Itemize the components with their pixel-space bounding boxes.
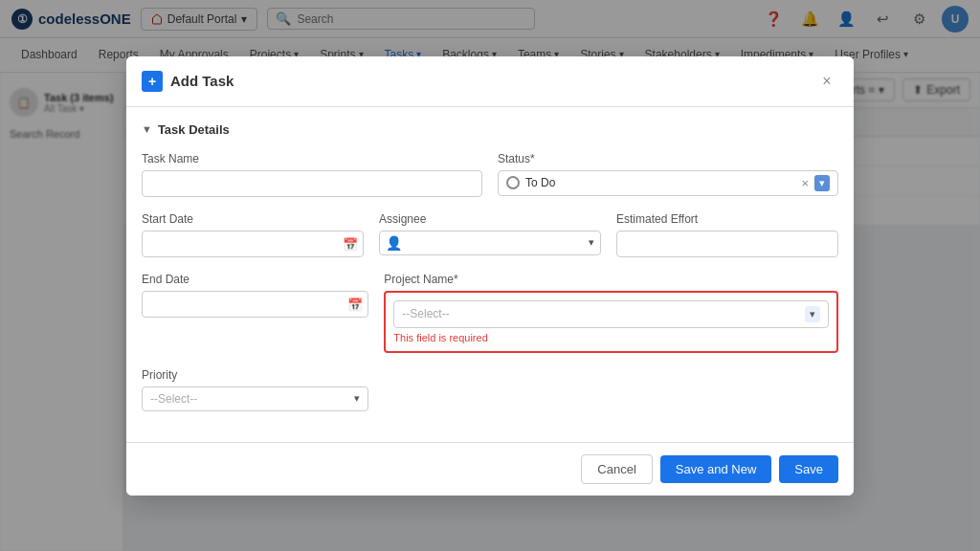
- modal-title-icon: +: [142, 71, 163, 92]
- priority-dropdown-arrow[interactable]: ▾: [354, 392, 360, 405]
- section-label: Task Details: [158, 122, 230, 137]
- status-circle-icon: [506, 176, 520, 189]
- status-dropdown-arrow[interactable]: ▾: [814, 175, 830, 191]
- assignee-user-icon: 👤: [386, 235, 402, 251]
- add-task-modal: + Add Task × ▼ Task Details Task Name: [126, 56, 854, 496]
- estimated-effort-input[interactable]: [616, 231, 838, 257]
- section-header[interactable]: ▼ Task Details: [142, 122, 838, 137]
- task-name-group: Task Name: [142, 152, 482, 197]
- end-date-wrap: 📅: [142, 291, 368, 318]
- status-select[interactable]: To Do × ▾: [498, 170, 838, 196]
- estimated-effort-label: Estimated Effort: [616, 212, 838, 226]
- assignee-group: Assignee 👤 ▾: [379, 212, 601, 255]
- assignee-label: Assignee: [379, 212, 601, 226]
- task-name-input[interactable]: [142, 170, 482, 197]
- start-date-wrap: 📅: [142, 231, 364, 257]
- save-button[interactable]: Save: [779, 455, 838, 483]
- modal-footer: Cancel Save and New Save: [126, 442, 854, 496]
- form-row-4: Priority --Select-- ▾: [142, 368, 838, 411]
- modal-header: + Add Task ×: [126, 56, 854, 107]
- form-row-3: End Date 📅 Project Name* --Select-- ▾ Th…: [142, 273, 838, 353]
- cancel-button[interactable]: Cancel: [581, 454, 652, 484]
- project-placeholder: --Select--: [402, 307, 805, 320]
- project-error-message: This field is required: [393, 332, 829, 343]
- end-date-label: End Date: [142, 273, 368, 286]
- modal-title-group: + Add Task: [142, 71, 234, 92]
- project-name-label: Project Name*: [384, 273, 838, 286]
- project-dropdown-arrow[interactable]: ▾: [805, 306, 820, 322]
- save-and-new-button[interactable]: Save and New: [660, 455, 772, 483]
- status-value: To Do: [525, 176, 795, 189]
- assignee-select[interactable]: 👤 ▾: [379, 231, 601, 255]
- start-date-group: Start Date 📅: [142, 212, 364, 257]
- start-date-input[interactable]: [142, 231, 364, 257]
- priority-select[interactable]: --Select-- ▾: [142, 386, 368, 411]
- start-date-calendar-icon[interactable]: 📅: [343, 236, 358, 251]
- priority-placeholder: --Select--: [150, 392, 350, 406]
- status-clear-button[interactable]: ×: [801, 176, 809, 190]
- end-date-group: End Date 📅: [142, 273, 368, 318]
- modal-body: ▼ Task Details Task Name Status* To Do ×…: [126, 107, 854, 442]
- status-label: Status*: [498, 152, 838, 165]
- end-date-input[interactable]: [142, 291, 368, 318]
- start-date-label: Start Date: [142, 212, 364, 226]
- form-row-2: Start Date 📅 Assignee 👤 ▾ Estimated Effo…: [142, 212, 838, 257]
- status-group: Status* To Do × ▾: [498, 152, 838, 196]
- priority-label: Priority: [142, 368, 368, 382]
- estimated-effort-group: Estimated Effort: [616, 212, 838, 257]
- section-chevron: ▼: [142, 123, 152, 135]
- modal-title-text: Add Task: [170, 73, 234, 89]
- project-name-select[interactable]: --Select-- ▾: [393, 300, 829, 328]
- modal-overlay: + Add Task × ▼ Task Details Task Name: [0, 0, 980, 551]
- priority-group: Priority --Select-- ▾: [142, 368, 368, 411]
- form-row-1: Task Name Status* To Do × ▾: [142, 152, 838, 197]
- assignee-dropdown-arrow[interactable]: ▾: [589, 236, 594, 249]
- project-name-field-error: --Select-- ▾ This field is required: [384, 291, 838, 353]
- modal-close-button[interactable]: ×: [815, 70, 838, 93]
- task-name-label: Task Name: [142, 152, 482, 165]
- project-name-group: Project Name* --Select-- ▾ This field is…: [384, 273, 838, 353]
- end-date-calendar-icon[interactable]: 📅: [347, 297, 363, 311]
